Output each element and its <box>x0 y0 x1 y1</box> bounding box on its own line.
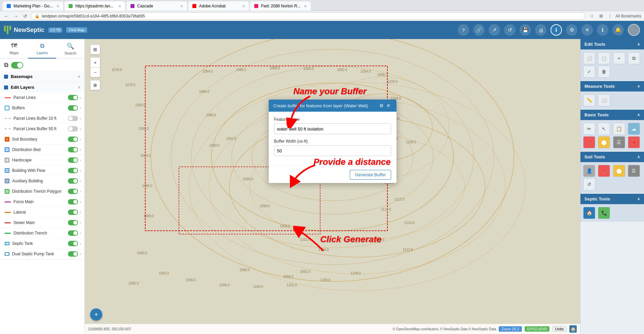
measure-line-tool[interactable]: 📏 <box>583 94 595 106</box>
soil-boundary-chevron[interactable]: › <box>80 138 81 141</box>
extensions-button[interactable]: ⊞ <box>597 12 605 20</box>
tab-gisadmin[interactable]: https://gisadmin.lan... ✕ <box>65 1 125 11</box>
layers-toggle[interactable] <box>11 62 23 69</box>
buffer-50-toggle[interactable] <box>68 126 78 132</box>
parcel-lines-toggle[interactable] <box>68 95 78 100</box>
soil-tools-header[interactable]: Soil Tools ∧ <box>580 152 644 162</box>
url-bar[interactable]: 🔒 landplan.io/map/e59d01cd-a184-48f5-bf8… <box>31 12 585 20</box>
copy-tool[interactable]: 📋 <box>613 123 625 135</box>
bookmark-button[interactable]: ☆ <box>589 12 596 20</box>
cursor-tool[interactable]: ↖ <box>598 123 610 135</box>
refresh-button[interactable]: ↺ <box>504 24 516 36</box>
fullscreen-button[interactable]: ⊞ <box>90 44 100 54</box>
septic-home-tool[interactable]: 🏠 <box>583 207 595 219</box>
share-button[interactable]: ↗ <box>489 24 500 36</box>
septic-tools-header[interactable]: Septic Tools ∧ <box>580 194 644 204</box>
generate-buffer-button[interactable]: Generate Buffer <box>350 170 391 180</box>
tab-marketing[interactable]: Marketing Plan - Go... ✕ <box>3 1 63 11</box>
distribution-trench-chevron[interactable]: › <box>80 231 81 235</box>
dialog-close-button[interactable]: ✕ <box>385 103 392 108</box>
link-button[interactable]: 🔗 <box>473 24 485 36</box>
dual-septic-chevron[interactable]: › <box>80 252 81 256</box>
buffers-toggle[interactable] <box>68 105 78 111</box>
building-flow-toggle[interactable] <box>68 168 78 173</box>
info-circle-button[interactable]: ℹ <box>551 24 562 36</box>
distribution-bed-chevron[interactable]: › <box>80 148 81 152</box>
tab-fwd[interactable]: Fwd: 2088 Norton R... ✕ <box>250 1 311 11</box>
zoom-out-button[interactable]: − <box>90 67 100 77</box>
cloud-tool[interactable]: ☁ <box>628 123 640 135</box>
edit-tools-header[interactable]: Edit Tools ∧ <box>580 39 644 49</box>
dual-septic-toggle[interactable] <box>68 251 78 257</box>
sewer-main-chevron[interactable]: › <box>80 221 81 225</box>
find-map-link[interactable]: Find Map <box>66 27 87 33</box>
buffers-chevron[interactable]: › <box>80 106 81 110</box>
feature-name-input[interactable] <box>274 123 391 134</box>
dialog-settings-button[interactable]: ⚙ <box>378 103 385 108</box>
soil-refresh-tool[interactable]: ↺ <box>583 178 595 190</box>
hardscape-chevron[interactable]: › <box>80 158 81 162</box>
select-poly-tool[interactable]: ⬚ <box>598 52 610 64</box>
select-rect-tool[interactable]: ⬜ <box>583 52 595 64</box>
edit-vertex-tool[interactable]: ✓ <box>583 66 595 78</box>
soil-boundary-toggle[interactable] <box>68 137 78 142</box>
sidebar-tab-search[interactable]: 🔍 Search <box>56 39 84 59</box>
compass-button[interactable]: ⊕ <box>90 80 100 90</box>
buffer-10-toggle[interactable] <box>68 116 78 121</box>
septic-tank-chevron[interactable]: › <box>80 242 81 246</box>
sidebar-tab-layers[interactable]: ⧉ Layers <box>28 39 56 59</box>
soil-person-tool[interactable]: 👤 <box>583 165 595 177</box>
force-main-chevron[interactable]: › <box>80 200 81 204</box>
buffer-width-input[interactable] <box>274 145 391 156</box>
print-button[interactable]: 🖨 <box>535 24 546 36</box>
measure-area-tool[interactable]: ⬜ <box>598 94 610 106</box>
map-area[interactable]: 1076.0 1078.0 1080.0 1082.0 1084.0 1086.… <box>85 39 580 334</box>
lateral-chevron[interactable]: › <box>80 211 81 214</box>
soil-list-tool[interactable]: ☰ <box>628 165 640 177</box>
septic-phone-tool[interactable]: 📞 <box>598 207 610 219</box>
buffer-10-chevron[interactable]: › <box>80 117 81 120</box>
auxiliary-building-chevron[interactable]: › <box>80 179 81 183</box>
sidebar-tab-maps[interactable]: 🗺 Maps <box>0 39 28 59</box>
measure-tools-header[interactable]: Measure Tools ∧ <box>580 81 644 91</box>
hardscape-toggle[interactable] <box>68 157 78 163</box>
buffer-50-chevron[interactable]: › <box>80 127 81 131</box>
lateral-toggle[interactable] <box>68 210 78 215</box>
septic-tank-toggle[interactable] <box>68 241 78 246</box>
tab-acrobat[interactable]: Adobe Acrobat ✕ <box>188 1 249 11</box>
force-main-toggle[interactable] <box>68 199 78 205</box>
back-button[interactable]: ← <box>3 12 10 20</box>
soil-pin-tool[interactable]: 📍 <box>598 165 610 177</box>
basemaps-header[interactable]: Basemaps ∨ <box>0 71 84 82</box>
tab-cascade[interactable]: Cascade ✕ <box>126 1 187 11</box>
circle-yellow-tool[interactable]: ⬤ <box>598 136 610 148</box>
home-button[interactable]: 🏠 <box>569 325 577 333</box>
notification-button[interactable]: 🔔 <box>612 24 624 36</box>
distribution-trench-toggle[interactable] <box>68 230 78 236</box>
zoom-in-button[interactable]: + <box>90 57 100 67</box>
reload-button[interactable]: ↺ <box>22 12 29 20</box>
close-x-button[interactable]: ✕ <box>581 24 593 36</box>
pin-blue-tool[interactable]: 📌 <box>628 136 640 148</box>
more-button[interactable]: ⋮ <box>606 12 613 20</box>
add-point-tool[interactable]: + <box>613 52 625 64</box>
parcel-lines-chevron[interactable]: › <box>80 96 81 100</box>
save-button[interactable]: 💾 <box>520 24 531 36</box>
help-button[interactable]: ? <box>458 24 469 36</box>
distribution-bed-toggle[interactable] <box>68 147 78 152</box>
info-button[interactable]: ℹ <box>597 24 608 36</box>
all-bookmarks[interactable]: All Bookmarks <box>615 14 641 18</box>
soil-circle-tool[interactable]: ⬤ <box>613 165 625 177</box>
sewer-main-toggle[interactable] <box>68 220 78 225</box>
basic-tools-header[interactable]: Basic Tools ∧ <box>580 110 644 120</box>
map-add-button[interactable]: + <box>90 308 102 321</box>
delete-tool[interactable]: 🗑 <box>598 66 610 78</box>
list-tool[interactable]: ☰ <box>613 136 625 148</box>
forward-button[interactable]: → <box>12 12 20 20</box>
distribution-trench-polygon-chevron[interactable]: › <box>80 190 81 193</box>
building-flow-chevron[interactable]: › <box>80 169 81 173</box>
pin-red-tool[interactable]: 📍 <box>583 136 595 148</box>
distribution-trench-polygon-toggle[interactable] <box>68 189 78 194</box>
draw-tool[interactable]: ✏ <box>583 123 595 135</box>
settings-button[interactable]: ⚙ <box>566 24 577 36</box>
